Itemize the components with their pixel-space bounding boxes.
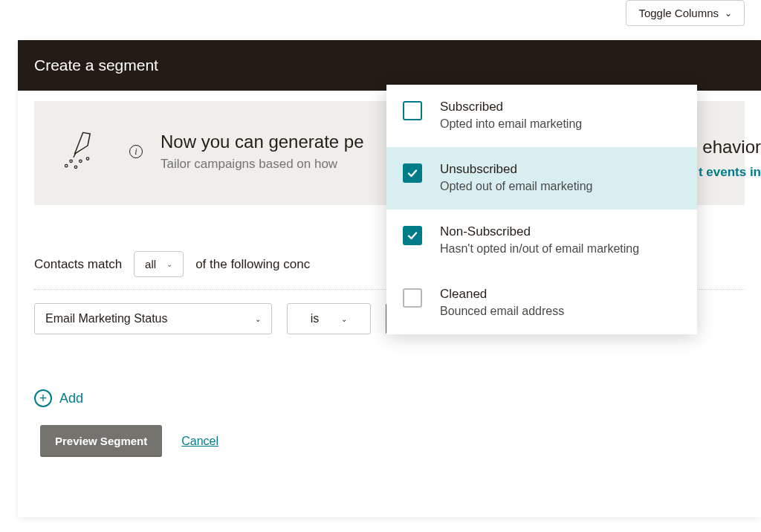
chevron-down-icon: ⌄ (166, 260, 172, 268)
panel-header: Create a segment (18, 40, 761, 91)
svg-point-1 (70, 160, 73, 163)
rule-field-label: Email Marketing Status (45, 312, 168, 325)
check-icon (407, 167, 418, 179)
banner-subtitle: Tailor campaigns based on how (161, 157, 364, 172)
panel-title: Create a segment (34, 56, 158, 74)
cancel-link[interactable]: Cancel (181, 435, 218, 448)
banner-text: Now you can generate pe Tailor campaigns… (161, 132, 364, 172)
svg-point-2 (80, 160, 82, 163)
option-label: Subscribed (440, 100, 582, 114)
match-all-label: all (145, 258, 156, 270)
chevron-down-icon: ⌄ (725, 8, 732, 19)
banner-overflow-link[interactable]: t events in (699, 165, 761, 180)
rule-operator-label: is (311, 312, 320, 325)
rule-field-select[interactable]: Email Marketing Status ⌄ (34, 303, 272, 334)
svg-point-4 (65, 164, 68, 167)
plus-circle-icon: + (34, 389, 52, 407)
dropdown-option-non-subscribed[interactable]: Non-Subscribed Hasn't opted in/out of em… (386, 210, 697, 272)
dropdown-option-cleaned[interactable]: Cleaned Bounced email address (386, 272, 697, 334)
checkbox-unchecked[interactable] (403, 101, 422, 120)
check-icon (407, 230, 418, 241)
option-description: Opted into email marketing (440, 117, 582, 131)
option-label: Unsubscribed (440, 162, 592, 177)
banner-illustration (52, 122, 111, 181)
dropdown-option-subscribed[interactable]: Subscribed Opted into email marketing (386, 85, 697, 147)
checkbox-checked[interactable] (403, 163, 422, 183)
conditions-suffix: of the following conc (195, 257, 310, 272)
svg-point-5 (74, 166, 77, 169)
preview-segment-button[interactable]: Preview Segment (40, 425, 162, 457)
option-description: Opted out of email marketing (440, 180, 592, 193)
svg-point-3 (86, 158, 89, 160)
option-description: Hasn't opted in/out of email marketing (440, 242, 639, 256)
checkbox-checked[interactable] (403, 226, 422, 245)
match-all-select[interactable]: all ⌄ (134, 251, 184, 277)
banner-overflow-top: ehavior (702, 137, 761, 158)
banner-title: Now you can generate pe (161, 132, 364, 152)
option-description: Bounced email address (440, 305, 564, 318)
add-condition-label: Add (59, 391, 83, 406)
toggle-columns-button[interactable]: Toggle Columns ⌄ (626, 0, 745, 26)
action-row: Preview Segment Cancel (18, 407, 761, 479)
chevron-down-icon: ⌄ (255, 315, 261, 323)
option-label: Cleaned (440, 287, 564, 302)
info-icon: i (129, 145, 143, 158)
conditions-prefix: Contacts match (34, 257, 122, 272)
checkbox-unchecked[interactable] (403, 288, 422, 308)
rule-operator-select[interactable]: is ⌄ (287, 303, 371, 334)
chevron-down-icon: ⌄ (341, 315, 347, 323)
toggle-columns-label: Toggle Columns (638, 7, 719, 19)
dropdown-option-unsubscribed[interactable]: Unsubscribed Opted out of email marketin… (386, 147, 697, 210)
value-dropdown: Subscribed Opted into email marketing Un… (386, 85, 697, 334)
option-label: Non-Subscribed (440, 224, 639, 239)
add-condition-button[interactable]: + Add (18, 348, 761, 407)
